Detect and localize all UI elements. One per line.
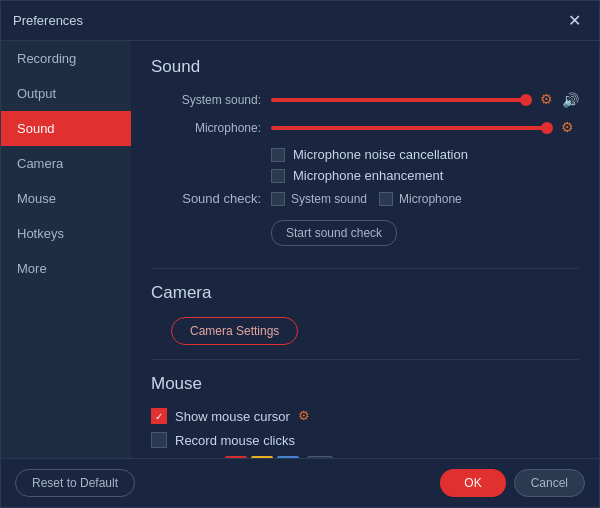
cancel-button[interactable]: Cancel: [514, 469, 585, 497]
microphone-check-checkbox[interactable]: [379, 192, 393, 206]
microphone-gear-icon[interactable]: ⚙: [561, 119, 579, 137]
microphone-slider-container: ⚙: [271, 119, 579, 137]
footer-right: OK Cancel: [440, 469, 585, 497]
sidebar-item-camera[interactable]: Camera: [1, 146, 131, 181]
sound-check-row: Sound check: System sound Microphone: [151, 191, 579, 206]
volume-icon[interactable]: 🔊: [562, 92, 579, 108]
enhancement-label: Microphone enhancement: [293, 168, 443, 183]
preferences-window: Preferences ✕ Recording Output Sound Cam…: [0, 0, 600, 508]
show-cursor-row: ✓ Show mouse cursor ⚙: [151, 408, 579, 424]
divider-2: [151, 359, 579, 360]
microphone-fill: [271, 126, 547, 130]
main-content: Sound System sound: ⚙ 🔊 Microphone:: [131, 41, 599, 458]
sidebar-item-more[interactable]: More: [1, 251, 131, 286]
record-clicks-label: Record mouse clicks: [175, 433, 295, 448]
system-sound-fill: [271, 98, 527, 102]
ok-button[interactable]: OK: [440, 469, 505, 497]
sidebar-item-mouse[interactable]: Mouse: [1, 181, 131, 216]
close-button[interactable]: ✕: [562, 9, 587, 32]
microphone-label: Microphone:: [151, 121, 261, 135]
system-sound-label: System sound:: [151, 93, 261, 107]
system-sound-check-checkbox[interactable]: [271, 192, 285, 206]
sidebar-item-hotkeys[interactable]: Hotkeys: [1, 216, 131, 251]
system-sound-slider-container: ⚙ 🔊: [271, 91, 579, 109]
system-sound-check-label: System sound: [291, 192, 367, 206]
noise-cancellation-row: Microphone noise cancellation: [271, 147, 579, 162]
microphone-track[interactable]: [271, 126, 553, 130]
noise-cancellation-checkbox[interactable]: [271, 148, 285, 162]
microphone-check-option: Microphone: [379, 192, 462, 206]
sidebar-item-output[interactable]: Output: [1, 76, 131, 111]
sidebar-item-recording[interactable]: Recording: [1, 41, 131, 76]
content-area: Recording Output Sound Camera Mouse Hotk…: [1, 41, 599, 458]
enhancement-row: Microphone enhancement: [271, 168, 579, 183]
microphone-thumb[interactable]: [541, 122, 553, 134]
sidebar-item-sound[interactable]: Sound: [1, 111, 131, 146]
cursor-gear-icon[interactable]: ⚙: [298, 408, 314, 424]
start-sound-check-button[interactable]: Start sound check: [271, 220, 397, 246]
mouse-section-title: Mouse: [151, 374, 579, 394]
sound-check-options: System sound Microphone: [271, 192, 462, 206]
reset-button[interactable]: Reset to Default: [15, 469, 135, 497]
microphone-row: Microphone: ⚙: [151, 119, 579, 137]
divider-1: [151, 268, 579, 269]
record-clicks-row: Record mouse clicks: [151, 432, 579, 448]
sound-section-title: Sound: [151, 57, 579, 77]
show-cursor-label: Show mouse cursor: [175, 409, 290, 424]
camera-section-title: Camera: [151, 283, 579, 303]
footer: Reset to Default OK Cancel: [1, 458, 599, 507]
show-cursor-checkbox[interactable]: ✓: [151, 408, 167, 424]
record-clicks-checkbox[interactable]: [151, 432, 167, 448]
sidebar: Recording Output Sound Camera Mouse Hotk…: [1, 41, 131, 458]
system-sound-thumb[interactable]: [520, 94, 532, 106]
noise-cancellation-label: Microphone noise cancellation: [293, 147, 468, 162]
system-sound-check-option: System sound: [271, 192, 367, 206]
title-bar: Preferences ✕: [1, 1, 599, 41]
enhancement-checkbox[interactable]: [271, 169, 285, 183]
camera-settings-button[interactable]: Camera Settings: [171, 317, 298, 345]
system-sound-row: System sound: ⚙ 🔊: [151, 91, 579, 109]
system-sound-gear-icon[interactable]: ⚙: [540, 91, 558, 109]
microphone-check-label: Microphone: [399, 192, 462, 206]
sound-check-label: Sound check:: [151, 191, 261, 206]
system-sound-track[interactable]: [271, 98, 532, 102]
window-title: Preferences: [13, 13, 83, 28]
